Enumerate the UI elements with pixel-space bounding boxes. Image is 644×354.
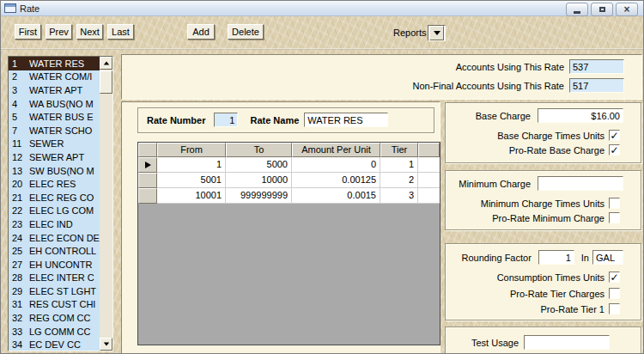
non-final-accounts-field[interactable] xyxy=(569,78,624,93)
base-charge-times-units-label: Base Charge Times Units xyxy=(497,131,605,141)
list-item-name: WATER SCHO xyxy=(29,125,100,136)
grid-cell[interactable]: 10000 xyxy=(226,173,292,188)
minimum-charge-field[interactable] xyxy=(538,176,623,191)
minimize-button[interactable] xyxy=(566,3,588,16)
minimum-charge-times-units-checkbox[interactable] xyxy=(609,198,620,209)
test-usage-field[interactable] xyxy=(524,335,610,350)
minimize-icon xyxy=(574,11,580,14)
accounts-using-field[interactable] xyxy=(569,59,624,74)
list-item[interactable]: 28ELEC INTER C xyxy=(9,272,100,285)
minimum-charge-times-units-label: Minimum Charge Times Units xyxy=(481,198,605,209)
list-item-number: 31 xyxy=(9,299,29,309)
consumption-times-units-checkbox[interactable] xyxy=(609,272,620,283)
list-scrollbar[interactable] xyxy=(100,57,112,351)
close-button[interactable]: × xyxy=(616,3,638,16)
grid-cell[interactable]: 2 xyxy=(380,173,418,188)
base-charge-times-units-checkbox[interactable] xyxy=(609,130,620,141)
test-usage-label: Test Usage xyxy=(471,338,519,348)
tier-grid-header: FromToAmount Per UnitTier xyxy=(138,143,440,157)
rate-detail-panel: Rate Number Rate Name FromToAmount Per U… xyxy=(121,101,440,354)
grid-column-header[interactable]: To xyxy=(226,143,292,157)
row-selector[interactable] xyxy=(138,173,157,188)
first-button[interactable]: First xyxy=(15,24,41,40)
scrollbar-thumb[interactable] xyxy=(100,70,112,94)
list-item[interactable]: 7WATER SCHO xyxy=(9,124,100,137)
row-selector[interactable] xyxy=(138,188,157,204)
list-item[interactable]: 33LG COMM CC xyxy=(9,325,100,339)
list-item-number: 28 xyxy=(9,272,29,283)
list-item[interactable]: 24ELEC ECON DE xyxy=(9,231,100,245)
list-item[interactable]: 23ELEC IND xyxy=(9,217,100,231)
base-charge-field[interactable] xyxy=(538,108,623,123)
grid-column-header[interactable]: Amount Per Unit xyxy=(292,143,380,157)
grid-cell[interactable]: 0.00125 xyxy=(292,173,380,188)
list-item-number: 13 xyxy=(9,166,29,176)
list-item[interactable]: 34EC DEV CC xyxy=(9,338,100,351)
list-item[interactable]: 11SEWER xyxy=(9,137,100,151)
last-button[interactable]: Last xyxy=(107,24,134,40)
grid-column-header[interactable]: From xyxy=(157,143,226,157)
scroll-up-button[interactable] xyxy=(100,57,112,70)
grid-cell[interactable]: 5000 xyxy=(226,157,292,173)
rounding-in-field[interactable] xyxy=(592,250,623,265)
list-item[interactable]: 5WATER BUS E xyxy=(9,110,100,124)
rounding-factor-label: Rounding Factor xyxy=(461,253,531,263)
list-item[interactable]: 29ELEC ST LGHT xyxy=(9,284,100,298)
list-item-number: 24 xyxy=(9,233,29,243)
list-item[interactable]: 3WATER APT xyxy=(9,83,100,97)
list-item[interactable]: 31RES CUST CHI xyxy=(9,298,100,312)
row-selector[interactable] xyxy=(138,157,157,173)
list-item[interactable]: 13SW BUS(NO M xyxy=(9,164,100,178)
list-item[interactable]: 32REG COM CC xyxy=(9,311,100,325)
add-button[interactable]: Add xyxy=(187,24,215,40)
up-arrow-icon xyxy=(103,62,108,65)
pro-rate-minimum-charge-checkbox[interactable] xyxy=(609,212,620,223)
grid-cell[interactable]: 999999999 xyxy=(226,188,292,204)
reports-dropdown[interactable] xyxy=(428,25,446,41)
list-item[interactable]: 12SEWER APT xyxy=(9,150,100,164)
list-item-name: ELEC LG COM xyxy=(29,205,100,216)
rate-name-field[interactable] xyxy=(304,113,388,127)
delete-button[interactable]: Delete xyxy=(228,24,264,40)
non-final-accounts-label: Non-Final Accounts Using This Rate xyxy=(413,81,565,91)
list-item[interactable]: 22ELEC LG COM xyxy=(9,204,100,218)
rate-name-label: Rate Name xyxy=(250,115,299,125)
table-row[interactable]: 5001100000.001252 xyxy=(138,173,440,188)
list-item-number: 11 xyxy=(9,138,29,149)
grid-cell[interactable]: 1 xyxy=(380,157,418,173)
grid-cell[interactable]: 0.0015 xyxy=(292,188,380,204)
grid-cell[interactable]: 0 xyxy=(292,157,380,173)
list-item-name: EH UNCONTR xyxy=(29,259,100,270)
grid-column-header[interactable]: Tier xyxy=(380,143,418,157)
grid-cell[interactable]: 1 xyxy=(157,157,226,173)
list-item-name: ELEC IND xyxy=(29,219,100,229)
list-item[interactable]: 20ELEC RES xyxy=(9,177,100,191)
pro-rate-tier1-checkbox[interactable] xyxy=(609,303,620,314)
grid-cell[interactable]: 10001 xyxy=(157,188,226,204)
list-item[interactable]: 1WATER RES xyxy=(9,57,100,70)
maximize-button[interactable] xyxy=(591,3,613,16)
table-row[interactable]: 1500001 xyxy=(138,157,440,173)
list-item-number: 21 xyxy=(9,192,29,203)
rounding-factor-field[interactable] xyxy=(538,250,574,265)
grid-row-filler xyxy=(418,173,440,188)
next-button[interactable]: Next xyxy=(76,24,103,40)
grid-cell[interactable]: 5001 xyxy=(157,173,226,188)
list-item[interactable]: 2WATER COM/I xyxy=(9,70,100,84)
grid-row-filler xyxy=(418,188,440,204)
list-item[interactable]: 25EH CONTROLL xyxy=(9,244,100,258)
pro-rate-base-charge-checkbox[interactable] xyxy=(609,144,620,156)
list-item[interactable]: 21ELEC REG CO xyxy=(9,191,100,204)
grid-row-filler xyxy=(418,157,440,173)
rate-number-field[interactable] xyxy=(214,113,238,127)
table-row[interactable]: 100019999999990.00153 xyxy=(138,188,440,204)
list-item-number: 3 xyxy=(9,85,29,95)
list-item-name: ELEC INTER C xyxy=(29,272,100,283)
list-item[interactable]: 4WA BUS(NO M xyxy=(9,97,100,111)
scroll-down-button[interactable] xyxy=(100,338,112,351)
list-item[interactable]: 27EH UNCONTR xyxy=(9,258,100,272)
pro-rate-minimum-charge-label: Pro-Rate Minimum Charge xyxy=(492,213,605,223)
prev-button[interactable]: Prev xyxy=(46,24,72,40)
grid-cell[interactable]: 3 xyxy=(380,188,418,204)
pro-rate-tier-charges-checkbox[interactable] xyxy=(609,288,620,299)
